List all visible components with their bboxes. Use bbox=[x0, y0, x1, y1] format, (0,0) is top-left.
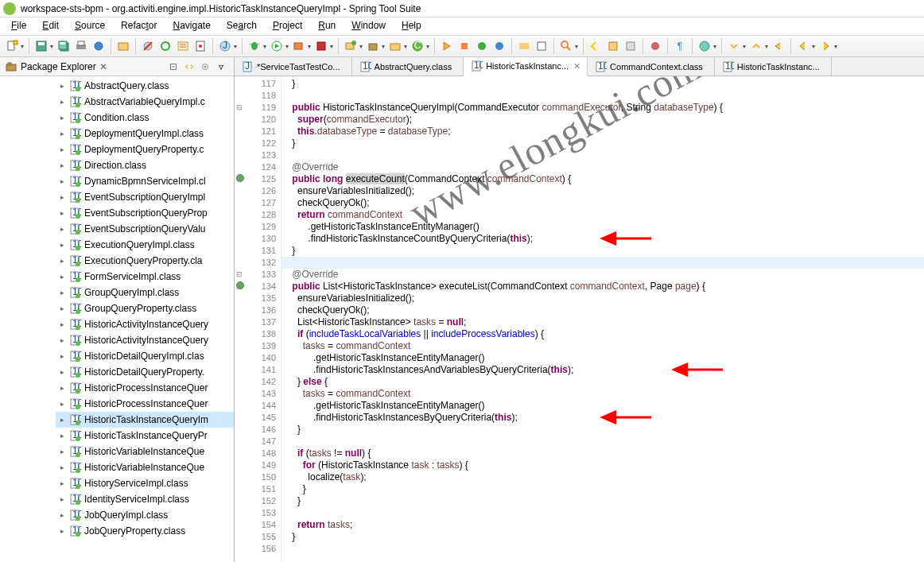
new-java-dropdown[interactable]: ▾ bbox=[358, 43, 364, 50]
code-line[interactable]: ensureVariablesInitialized(); bbox=[281, 293, 924, 304]
link-with-editor-button[interactable] bbox=[182, 60, 196, 74]
breakpoint-button[interactable] bbox=[91, 38, 107, 54]
globe-button[interactable] bbox=[697, 38, 712, 54]
code-line[interactable]: } bbox=[281, 531, 924, 543]
code-line[interactable]: .findHistoricTaskInstancesByQueryCriteri… bbox=[281, 412, 924, 424]
code-line[interactable]: List<HistoricTaskInstance> tasks = null; bbox=[281, 316, 924, 328]
code-line[interactable]: this.databaseType = databaseType; bbox=[281, 126, 924, 138]
tree-item[interactable]: ▸ 101 HistoricDetailQueryImpl.clas bbox=[56, 348, 234, 364]
print-button[interactable] bbox=[73, 38, 89, 54]
code-line[interactable]: } bbox=[281, 245, 924, 257]
tree-item[interactable]: ▸ 101 HistoricDetailQueryProperty. bbox=[56, 364, 234, 380]
menu-refactor[interactable]: Refactor bbox=[113, 17, 165, 35]
code-line[interactable]: public List<HistoricTaskInstance> execut… bbox=[281, 281, 924, 293]
next-annotation-button[interactable] bbox=[726, 38, 742, 54]
refresh-button[interactable] bbox=[647, 38, 663, 54]
code-line[interactable]: } bbox=[281, 138, 924, 149]
code-content[interactable]: www.elongkui.com } public HistoricTaskIn… bbox=[281, 76, 924, 562]
tree-item[interactable]: ▸ 101 HistoricVariableInstanceQue bbox=[56, 444, 234, 459]
code-line[interactable] bbox=[281, 543, 924, 555]
server-profile-button[interactable] bbox=[491, 38, 507, 54]
code-line[interactable]: checkQueryOk(); bbox=[281, 197, 924, 209]
prev-annotation-button[interactable] bbox=[748, 38, 764, 54]
server-debug-button[interactable] bbox=[474, 38, 490, 54]
tree-item[interactable]: ▸ 101 DeploymentQueryProperty.c bbox=[56, 141, 234, 157]
editor-tab[interactable]: 101 AbstractQuery.class bbox=[352, 57, 464, 76]
code-line[interactable]: } else { bbox=[281, 376, 924, 388]
package-tree[interactable]: ▸ 101 AbstractQuery.class▸ 101 AbstractV… bbox=[0, 76, 234, 562]
expand-arrow-icon[interactable]: ▸ bbox=[57, 272, 67, 281]
expand-arrow-icon[interactable]: ▸ bbox=[57, 192, 67, 202]
relaunch-button[interactable] bbox=[157, 38, 173, 54]
code-line[interactable]: } bbox=[281, 483, 924, 495]
expand-arrow-icon[interactable]: ▸ bbox=[57, 494, 67, 504]
open-type-button[interactable]: J bbox=[217, 38, 233, 54]
code-line[interactable] bbox=[281, 90, 924, 102]
expand-arrow-icon[interactable]: ▸ bbox=[57, 240, 67, 250]
run-button[interactable] bbox=[269, 38, 285, 54]
tree-item[interactable]: ▸ 101 JobQueryImpl.class bbox=[56, 507, 234, 523]
code-line[interactable]: .getHistoricTaskInstanceEntityManager() bbox=[281, 352, 924, 364]
code-line[interactable]: .findHistoricTaskInstanceCountByQueryCri… bbox=[281, 233, 924, 245]
editor-tab[interactable]: 101 CommandContext.class bbox=[588, 57, 715, 76]
tab-close-icon[interactable]: ✕ bbox=[573, 61, 580, 72]
code-line[interactable]: super(commandExecutor); bbox=[281, 114, 924, 126]
code-line[interactable]: for (HistoricTaskInstance task : tasks) … bbox=[281, 459, 924, 471]
expand-arrow-icon[interactable]: ▸ bbox=[57, 208, 67, 218]
search-button[interactable] bbox=[558, 38, 574, 54]
tree-item[interactable]: ▸ 101 GroupQueryProperty.class bbox=[56, 300, 234, 316]
code-line[interactable]: .findHistoricTaskInstancesAndVariablesBy… bbox=[281, 364, 924, 376]
collapse-all-button[interactable] bbox=[166, 60, 181, 74]
run-last-dropdown[interactable]: ▾ bbox=[306, 43, 313, 50]
tree-item[interactable]: ▸ 101 HistoricProcessInstanceQuer bbox=[56, 380, 234, 396]
code-line[interactable]: return tasks; bbox=[281, 519, 924, 531]
expand-arrow-icon[interactable]: ▸ bbox=[57, 129, 67, 138]
expand-arrow-icon[interactable]: ▸ bbox=[57, 431, 67, 440]
server-stop-button[interactable] bbox=[456, 38, 472, 54]
menu-edit[interactable]: Edit bbox=[34, 17, 67, 35]
tree-item[interactable]: ▸ 101 Condition.class bbox=[56, 110, 234, 126]
save-dropdown[interactable]: ▾ bbox=[49, 43, 55, 50]
tree-item[interactable]: ▸ 101 HistoricTaskInstanceQueryPr bbox=[56, 428, 234, 444]
new-java-button[interactable] bbox=[343, 38, 359, 54]
expand-arrow-icon[interactable]: ▸ bbox=[57, 81, 67, 91]
expand-arrow-icon[interactable]: ▸ bbox=[57, 447, 67, 456]
annotation-prev-button[interactable] bbox=[588, 38, 604, 54]
expand-arrow-icon[interactable]: ▸ bbox=[57, 145, 67, 154]
save-all-button[interactable] bbox=[56, 38, 72, 54]
external-tools-button[interactable] bbox=[313, 38, 329, 54]
code-line[interactable]: if (includeTaskLocalVariables || include… bbox=[281, 328, 924, 340]
expand-arrow-icon[interactable]: ▸ bbox=[57, 224, 67, 234]
skip-breakpoints-button[interactable] bbox=[140, 38, 156, 54]
save-button[interactable] bbox=[33, 38, 49, 54]
tree-item[interactable]: ▸ 101 FormServiceImpl.class bbox=[56, 269, 234, 285]
new-dropdown[interactable]: ▾ bbox=[19, 43, 25, 50]
code-line[interactable]: } bbox=[281, 495, 924, 507]
menu-window[interactable]: Window bbox=[344, 17, 394, 35]
code-line[interactable] bbox=[281, 257, 924, 269]
link-editor-button[interactable] bbox=[534, 38, 549, 54]
new-source-folder-button[interactable] bbox=[387, 38, 403, 54]
tree-item[interactable]: ▸ 101 GroupQueryImpl.class bbox=[56, 285, 234, 300]
code-line[interactable] bbox=[281, 436, 924, 448]
expand-arrow-icon[interactable]: ▸ bbox=[57, 351, 67, 361]
new-package-dropdown[interactable]: ▾ bbox=[380, 43, 386, 50]
expand-arrow-icon[interactable]: ▸ bbox=[57, 367, 67, 377]
globe-dropdown[interactable]: ▾ bbox=[712, 43, 718, 50]
expand-arrow-icon[interactable]: ▸ bbox=[57, 526, 67, 536]
expand-arrow-icon[interactable]: ▸ bbox=[57, 288, 67, 297]
menu-help[interactable]: Help bbox=[394, 17, 429, 35]
pin-editor-button[interactable]: ¶ bbox=[672, 38, 688, 54]
code-line[interactable] bbox=[281, 149, 924, 161]
tree-item[interactable]: ▸ 101 HistoricActivityInstanceQuery bbox=[56, 316, 234, 332]
forward-button[interactable] bbox=[817, 38, 833, 54]
code-line[interactable]: .getHistoricTaskInstanceEntityManager() bbox=[281, 221, 924, 233]
view-menu-button[interactable]: ▿ bbox=[214, 60, 228, 74]
code-line[interactable]: public HistoricTaskInstanceQueryImpl(Com… bbox=[281, 102, 924, 114]
code-line[interactable]: .getHistoricTaskInstanceEntityManager() bbox=[281, 400, 924, 412]
tree-item[interactable]: ▸ 101 AbstractVariableQueryImpl.c bbox=[56, 94, 234, 110]
back-button[interactable] bbox=[795, 38, 811, 54]
editor-tab[interactable]: 101 HistoricTaskInstanc... bbox=[715, 57, 832, 76]
menu-file[interactable]: File bbox=[3, 17, 34, 35]
code-line[interactable] bbox=[281, 507, 924, 519]
